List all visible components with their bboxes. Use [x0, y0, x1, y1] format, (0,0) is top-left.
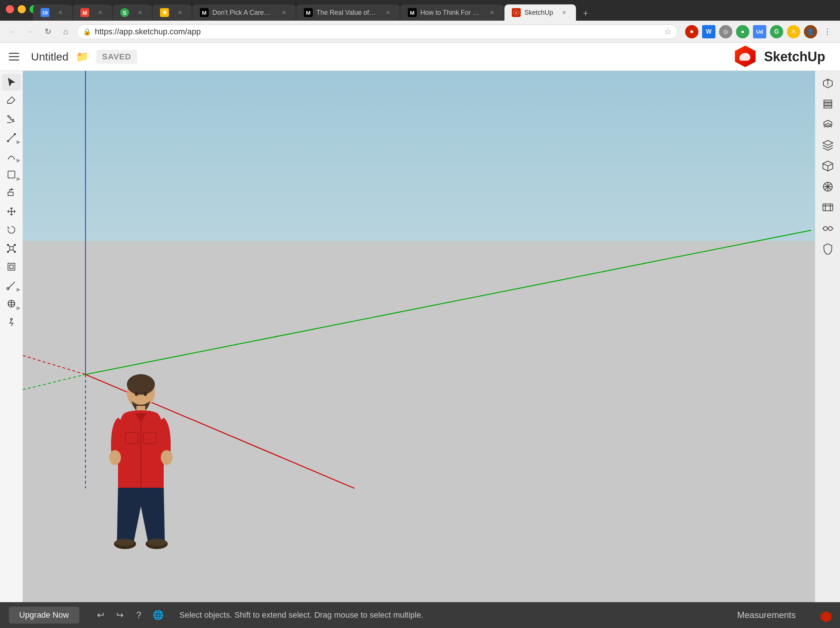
viewport[interactable] — [23, 71, 815, 602]
tab-label-medium-2: The Real Value of Faceb — [316, 9, 377, 17]
svg-point-42 — [147, 539, 166, 546]
right-tool-extension[interactable] — [818, 239, 838, 258]
ext-icon-1[interactable]: ● — [685, 25, 698, 38]
sketchup-bottom-icon — [819, 610, 833, 625]
status-text: Select objects. Shift to extend select. … — [180, 610, 831, 620]
ext-icon-2[interactable]: W — [702, 25, 715, 38]
tab-close-star[interactable]: × — [175, 8, 185, 17]
svg-rect-14 — [9, 265, 13, 268]
ext-icon-7[interactable]: A — [787, 25, 800, 38]
human-figure — [104, 373, 178, 550]
tool-orbit[interactable]: ▶ — [2, 295, 21, 312]
tab-medium-2[interactable]: M The Real Value of Faceb × — [297, 5, 400, 21]
back-button[interactable]: ← — [6, 25, 19, 38]
tab-medium-3[interactable]: M How to Think For Yourse × — [401, 5, 504, 21]
user-avatar[interactable]: 👤 — [804, 25, 817, 38]
tab-gmail[interactable]: M × — [73, 5, 112, 21]
tool-scale[interactable] — [2, 240, 21, 257]
tab-calendar[interactable]: 19 × — [33, 5, 72, 21]
svg-rect-47 — [824, 106, 832, 108]
new-tab-button[interactable]: + — [578, 6, 593, 21]
ext-icon-5[interactable]: Ud — [753, 25, 766, 38]
svg-line-3 — [8, 134, 15, 141]
right-tool-scenes[interactable] — [818, 198, 838, 217]
tab-medium-1[interactable]: M Don't Pick A Career—Cre × — [193, 5, 296, 21]
svg-point-12 — [14, 251, 16, 253]
ext-icon-4[interactable]: ● — [736, 25, 749, 38]
svg-point-50 — [823, 226, 827, 231]
tab-close-search[interactable]: × — [136, 8, 145, 17]
home-button[interactable]: ⌂ — [59, 25, 72, 38]
tab-star[interactable]: ★ × — [153, 5, 192, 21]
app-header: Untitled 📁 SAVED SketchUp — [0, 43, 840, 71]
right-tool-styles[interactable] — [818, 177, 838, 196]
right-tool-shadow[interactable] — [818, 218, 838, 237]
svg-rect-6 — [8, 171, 15, 178]
undo-button[interactable]: ↩ — [94, 609, 107, 622]
tool-arrow-tape: ▶ — [17, 286, 20, 292]
minimize-button[interactable] — [18, 5, 26, 13]
tab-close-calendar[interactable]: × — [56, 8, 65, 17]
svg-point-31 — [134, 391, 138, 396]
bottom-bar: Upgrade Now ↩ ↪ ? 🌐 Select objects. Shif… — [0, 602, 840, 628]
tool-walk[interactable] — [2, 314, 21, 331]
svg-point-16 — [6, 288, 9, 289]
hamburger-menu[interactable] — [9, 49, 24, 64]
main-area: ▶ ▶ ▶ — [0, 71, 840, 602]
bookmark-icon[interactable]: ☆ — [664, 27, 671, 36]
ext-icon-3[interactable]: ◎ — [719, 25, 732, 38]
svg-rect-7 — [8, 192, 13, 196]
tool-move[interactable] — [2, 203, 21, 220]
tab-close-medium-1[interactable]: × — [279, 8, 288, 17]
tool-eraser[interactable] — [2, 92, 21, 109]
ext-icon-6[interactable]: G — [770, 25, 783, 38]
svg-point-22 — [10, 318, 12, 320]
tool-shapes[interactable]: ▶ — [2, 166, 21, 183]
tool-offset[interactable] — [2, 258, 21, 275]
right-tool-warehouse[interactable] — [818, 136, 838, 155]
status-icons: ↩ ↪ ? 🌐 — [94, 609, 165, 622]
tab-close-medium-2[interactable]: × — [384, 8, 392, 17]
tool-arrow-orbit: ▶ — [17, 305, 20, 311]
right-tool-outliner[interactable] — [818, 157, 838, 176]
refresh-button[interactable]: ↻ — [41, 25, 55, 38]
lock-icon: 🔒 — [83, 28, 91, 36]
right-tool-layers[interactable] — [818, 95, 838, 114]
close-button[interactable] — [6, 5, 14, 13]
tab-search[interactable]: S × — [113, 5, 152, 21]
tool-select[interactable] — [2, 74, 21, 91]
tab-favicon-star: ★ — [160, 8, 169, 17]
forward-button[interactable]: → — [24, 25, 37, 38]
tool-arc[interactable]: ▶ — [2, 147, 21, 165]
svg-point-4 — [7, 141, 8, 142]
upgrade-button[interactable]: Upgrade Now — [9, 607, 79, 623]
svg-point-11 — [7, 251, 8, 253]
tab-close-gmail[interactable]: × — [96, 8, 105, 17]
tool-line[interactable]: ▶ — [2, 129, 21, 146]
address-bar[interactable]: 🔒 https://app.sketchup.com/app ☆ — [77, 24, 678, 39]
svg-line-27 — [23, 355, 85, 374]
tool-arrow-arc: ▶ — [17, 157, 20, 163]
right-tool-tags[interactable] — [818, 115, 838, 134]
nav-bar: ← → ↻ ⌂ 🔒 https://app.sketchup.com/app ☆… — [0, 21, 840, 43]
help-button[interactable]: ? — [133, 609, 146, 622]
tab-favicon-medium-3: M — [408, 8, 417, 17]
tab-bar: 19 × M × S × ★ × M Don't Pick A Career—C… — [0, 0, 840, 21]
browser-menu-button[interactable]: ⋮ — [821, 25, 834, 38]
globe-icon[interactable]: 🌐 — [152, 609, 165, 622]
tool-paint-bucket[interactable] — [2, 111, 21, 128]
redo-button[interactable]: ↪ — [113, 609, 126, 622]
sketchup-logo-text: SketchUp — [764, 49, 825, 65]
folder-icon[interactable]: 📁 — [76, 51, 89, 63]
measurements-label: Measurements — [737, 610, 796, 620]
tab-close-sketchup[interactable]: × — [560, 8, 568, 17]
tab-favicon-sketchup: S — [512, 8, 521, 17]
tab-close-medium-3[interactable]: × — [488, 8, 496, 17]
right-tool-model-info[interactable] — [818, 74, 838, 93]
tool-push-pull[interactable] — [2, 185, 21, 201]
tool-tape[interactable]: ▶ — [2, 277, 21, 294]
svg-point-30 — [127, 374, 155, 395]
svg-point-44 — [827, 80, 828, 81]
tab-sketchup[interactable]: S SketchUp × — [504, 5, 576, 21]
tool-rotate[interactable] — [2, 221, 21, 238]
